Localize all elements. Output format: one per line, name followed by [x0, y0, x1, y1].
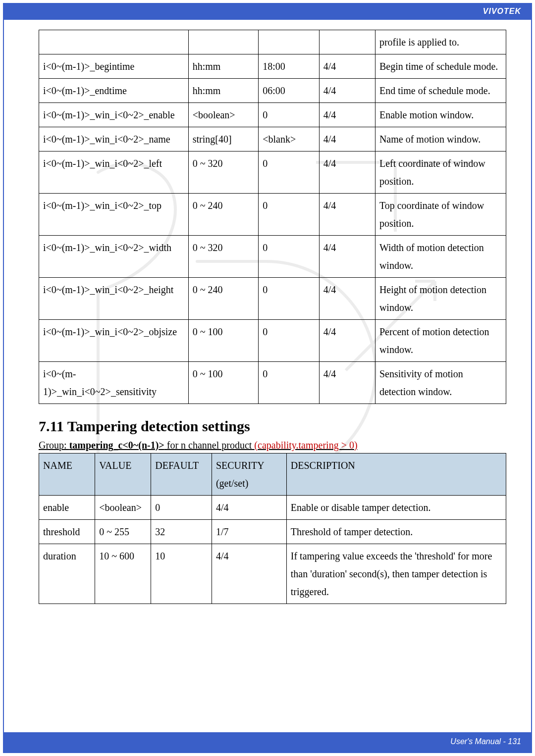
table-row: i<0~(m-1)>_win_i<0~2>_height 0 ~ 240 0 4…: [39, 278, 506, 320]
table-row: i<0~(m-1)>_win_i<0~2>_name string[40] <b…: [39, 127, 506, 151]
parameter-table: profile is applied to. i<0~(m-1)>_begint…: [39, 30, 506, 404]
table-header-row: NAME VALUE DEFAULT SECURITY (get/set) DE…: [39, 454, 506, 496]
cell-default: 18:00: [259, 54, 320, 79]
group-prefix: Group:: [39, 440, 69, 451]
cell-security: 4/4: [319, 54, 375, 79]
brand-text: VIVOTEK: [483, 7, 521, 15]
table-row: i<0~(m-1)>_win_i<0~2>_objsize 0 ~ 100 0 …: [39, 320, 506, 362]
footer-bar: User's Manual - 131: [4, 732, 531, 752]
cell-name: i<0~(m-1)>_begintime: [39, 54, 189, 79]
tampering-table: NAME VALUE DEFAULT SECURITY (get/set) DE…: [39, 453, 506, 604]
group-line: Group: tampering_c<0~(n-1)> for n channe…: [39, 440, 506, 451]
th-description: DESCRIPTION: [286, 454, 506, 496]
th-default: DEFAULT: [151, 454, 212, 496]
table-row: i<0~(m-1)>_win_i<0~2>_left 0 ~ 320 0 4/4…: [39, 151, 506, 194]
th-name: NAME: [39, 454, 95, 496]
th-value: VALUE: [95, 454, 151, 496]
table-row: threshold 0 ~ 255 32 1/7 Threshold of ta…: [39, 520, 506, 544]
group-name: tampering_c<0~(n-1)>: [69, 440, 164, 451]
brand-bar: VIVOTEK: [4, 4, 531, 20]
table-row: profile is applied to.: [39, 30, 506, 54]
table-row: i<0~(m-1)>_win_i<0~2>_width 0 ~ 320 0 4/…: [39, 236, 506, 278]
table-row: i<0~(m-1)>_begintime hh:mm 18:00 4/4 Beg…: [39, 54, 506, 79]
table-row: i<0~(m-1)>_win_i<0~2>_sensitivity 0 ~ 10…: [39, 362, 506, 404]
section-heading: 7.11 Tampering detection settings: [39, 418, 506, 435]
page-content: profile is applied to. i<0~(m-1)>_begint…: [4, 20, 531, 732]
table-row: i<0~(m-1)>_win_i<0~2>_enable <boolean> 0…: [39, 103, 506, 127]
th-security: SECURITY (get/set): [212, 454, 286, 496]
cell-desc: Begin time of schedule mode.: [375, 54, 506, 79]
group-mid: for n channel product: [164, 440, 255, 451]
footer-text: User's Manual - 131: [450, 737, 521, 746]
page-frame: VIVOTEK profile is applied to. i<0~(m-1)…: [3, 3, 532, 753]
cell-desc: profile is applied to.: [375, 30, 506, 54]
table-row: i<0~(m-1)>_win_i<0~2>_top 0 ~ 240 0 4/4 …: [39, 194, 506, 236]
table-row: enable <boolean> 0 4/4 Enable or disable…: [39, 496, 506, 520]
table-row: i<0~(m-1)>_endtime hh:mm 06:00 4/4 End t…: [39, 79, 506, 103]
table-row: duration 10 ~ 600 10 4/4 If tampering va…: [39, 544, 506, 604]
group-condition: (capability.tampering > 0): [254, 440, 357, 451]
cell-value: hh:mm: [188, 54, 258, 79]
